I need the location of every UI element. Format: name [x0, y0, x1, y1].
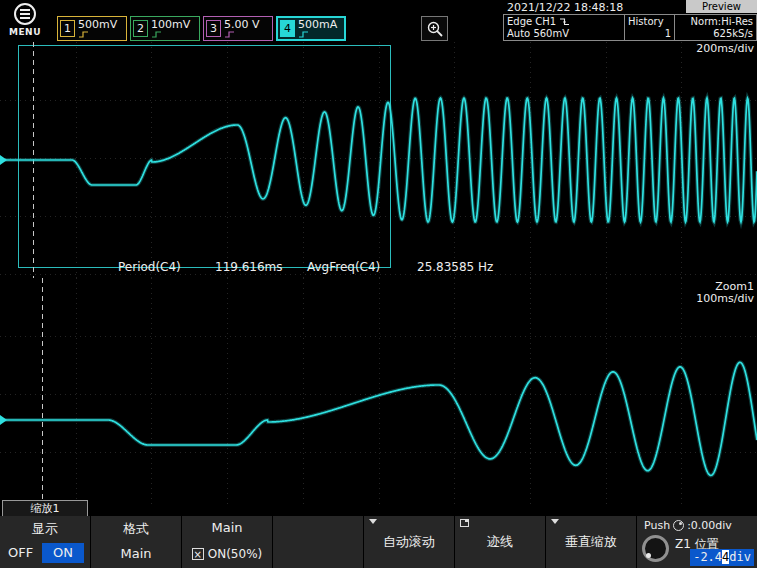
channel-4-indicator[interactable]: 4 500mA: [276, 16, 346, 41]
search-zoom-button[interactable]: [421, 16, 448, 41]
menu-icon: [14, 3, 36, 25]
knob-icon-small: [673, 520, 684, 531]
trace-label: 迹线: [455, 516, 545, 568]
measure-1-label: Period(C4): [118, 260, 181, 274]
channel-4-number: 4: [280, 20, 295, 37]
measurement-readouts: Period(C4) 119.616ms AvgFreq(C4) 25.8358…: [0, 260, 757, 275]
channel-2-scale: 100mV: [151, 20, 190, 30]
channel-1-number: 1: [60, 20, 75, 37]
menu-display-cell[interactable]: 显示 OFF ON: [0, 516, 90, 568]
oscilloscope-screen: MENU 1 500mV 2 100mV 3 5.00 V 4 500mA: [0, 0, 757, 568]
channel-position-marker: [0, 155, 7, 165]
push-value: :0.00div: [687, 519, 732, 532]
waveform-trace: [0, 362, 757, 475]
trigger-type-label: Edge CH1: [507, 16, 556, 27]
format-value: Main: [91, 546, 181, 561]
acq-mode-label: Norm:Hi-Res: [678, 16, 753, 27]
coupling-icon: [298, 31, 312, 38]
history-label: History: [628, 16, 671, 27]
acquisition-info-box: Edge CH1 Auto 560mV History 1 Norm:Hi-Re…: [503, 14, 757, 41]
menu-label: MENU: [6, 27, 44, 37]
menu-auto-scroll-cell[interactable]: 自动滚动: [364, 516, 454, 568]
display-label: 显示: [0, 520, 90, 538]
channel-3-indicator[interactable]: 3 5.00 V: [203, 16, 273, 41]
waveform-trace: [0, 98, 757, 222]
channel-2-indicator[interactable]: 2 100mV: [130, 16, 200, 41]
datetime-display: 2021/12/22 18:48:18: [507, 1, 623, 14]
menu-vertical-zoom-cell[interactable]: 垂直缩放: [546, 516, 636, 568]
zoom1-menu-tab[interactable]: 缩放1: [2, 500, 88, 516]
preview-badge: Preview: [686, 0, 757, 13]
z1-value-pre: -2.4: [693, 550, 722, 564]
channel-2-number: 2: [133, 20, 148, 37]
z1-position-value[interactable]: -2.44div: [690, 549, 754, 566]
menu-trace-cell[interactable]: 迹线: [455, 516, 545, 568]
falling-edge-icon: [559, 16, 570, 27]
push-label: Push: [644, 519, 670, 532]
menu-empty-cell: [273, 516, 363, 568]
search-icon: [426, 20, 444, 38]
menu-main-cell[interactable]: Main ON(50%): [182, 516, 272, 568]
auto-scroll-label: 自动滚动: [364, 516, 454, 568]
measure-2-label: AvgFreq(C4): [307, 260, 380, 274]
channel-4-scale: 500mA: [298, 20, 337, 30]
waveform-trace: [0, 362, 757, 475]
channel-1-scale: 500mV: [78, 20, 117, 30]
main-label: Main: [182, 520, 272, 535]
display-on-option[interactable]: ON: [42, 543, 84, 563]
trigger-mode-label: Auto 560mV: [507, 28, 621, 39]
menu-format-cell[interactable]: 格式 Main: [91, 516, 181, 568]
channel-1-indicator[interactable]: 1 500mV: [57, 16, 127, 41]
checkbox-icon[interactable]: [192, 548, 204, 560]
history-value: 1: [628, 28, 671, 39]
channel-3-number: 3: [206, 20, 221, 37]
channel-position-marker: [0, 415, 7, 425]
menu-button[interactable]: MENU: [6, 3, 44, 37]
sample-rate-label: 625kS/s: [678, 28, 753, 39]
measure-2-value: 25.83585 Hz: [417, 260, 493, 274]
z1-position-knob-icon[interactable]: [642, 535, 669, 562]
measure-1-value: 119.616ms: [215, 260, 283, 274]
format-label: 格式: [91, 520, 181, 538]
coupling-icon: [224, 31, 238, 38]
history-indicator[interactable]: History 1: [625, 15, 674, 40]
z1-value-post: div: [729, 550, 751, 564]
coupling-icon: [151, 31, 165, 38]
coupling-icon: [78, 31, 92, 38]
vertical-zoom-label: 垂直缩放: [546, 516, 636, 568]
zoom-waveform-area: [0, 278, 757, 508]
channel-3-scale: 5.00 V: [224, 20, 260, 30]
main-value: ON(50%): [208, 547, 262, 561]
soft-menu-bar: 显示 OFF ON 格式 Main Main ON(50%) 自动滚动 迹线 垂…: [0, 516, 757, 568]
main-waveform-area: [0, 42, 757, 278]
display-off-option[interactable]: OFF: [8, 545, 33, 560]
record-mode-indicator[interactable]: Norm:Hi-Res 625kS/s: [675, 15, 756, 40]
menu-z1-position-cell[interactable]: Push :0.00div Z1 位置 -2.44div: [637, 516, 757, 568]
trigger-settings[interactable]: Edge CH1 Auto 560mV: [504, 15, 624, 40]
